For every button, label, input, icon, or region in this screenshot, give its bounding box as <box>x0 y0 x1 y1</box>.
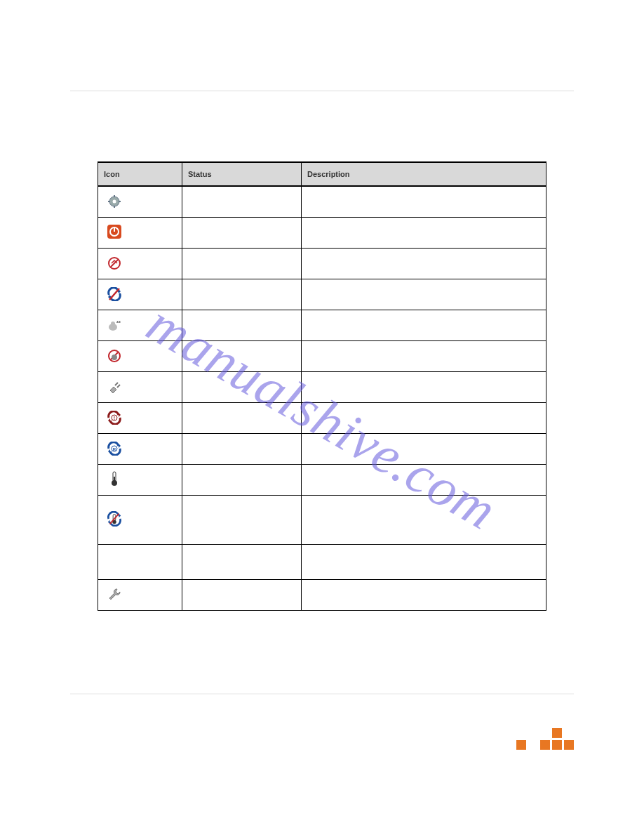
thermometer-icon <box>107 471 122 486</box>
power-icon <box>107 224 122 239</box>
status-cell <box>182 433 302 464</box>
status-cell <box>182 186 302 217</box>
sleep-icon: zz <box>107 317 122 333</box>
svg-line-20 <box>115 383 118 385</box>
icon-cell: zz <box>98 310 182 340</box>
col-header-status: Status <box>182 162 302 186</box>
plug-icon <box>107 379 122 395</box>
sync-disabled-icon <box>107 286 122 302</box>
refresh-r-icon: R <box>107 441 122 456</box>
header-rule <box>70 49 574 91</box>
table-row <box>98 579 546 610</box>
description-cell <box>302 464 546 495</box>
description-cell <box>302 371 546 402</box>
svg-rect-4 <box>108 201 110 202</box>
svg-point-15 <box>111 322 115 326</box>
svg-marker-26 <box>119 444 121 448</box>
status-cell <box>182 248 302 279</box>
table-row <box>98 279 546 310</box>
svg-line-13 <box>109 289 119 300</box>
status-cell <box>182 279 302 310</box>
icon-cell <box>98 464 182 495</box>
icon-cell <box>98 340 182 371</box>
table-row <box>98 464 546 495</box>
description-cell <box>302 433 546 464</box>
table-row: ! <box>98 402 546 433</box>
refresh-alert-icon: ! <box>107 410 122 425</box>
svg-point-1 <box>113 199 116 203</box>
svg-rect-3 <box>114 206 115 208</box>
wrench-icon <box>107 587 122 602</box>
no-gauge-icon <box>107 348 122 364</box>
table-row <box>98 340 546 371</box>
footer-rule <box>70 694 574 736</box>
description-cell <box>302 248 546 279</box>
description-cell <box>302 402 546 433</box>
svg-text:R: R <box>113 447 116 451</box>
icon-cell <box>98 371 182 402</box>
icon-cell: R <box>98 433 182 464</box>
svg-line-21 <box>117 385 120 388</box>
description-cell <box>302 186 546 217</box>
table-row <box>98 495 546 544</box>
status-cell <box>182 544 302 579</box>
svg-marker-23 <box>108 418 110 423</box>
status-cell <box>182 371 302 402</box>
status-icon-table: Icon Status Description zz!R <box>98 161 546 611</box>
status-cell <box>182 402 302 433</box>
sync-thermometer-icon <box>107 511 122 527</box>
page-content: Icon Status Description zz!R <box>0 0 644 611</box>
status-cell <box>182 310 302 340</box>
table-row: zz <box>98 310 546 340</box>
icon-cell <box>98 217 182 248</box>
icon-cell <box>98 495 182 544</box>
icon-cell <box>98 544 182 579</box>
svg-point-19 <box>112 355 117 360</box>
table-row <box>98 371 546 402</box>
description-cell <box>302 340 546 371</box>
description-cell <box>302 279 546 310</box>
table-row <box>98 544 546 579</box>
description-cell <box>302 495 546 544</box>
svg-marker-27 <box>108 449 110 454</box>
svg-rect-32 <box>114 477 115 482</box>
status-cell <box>182 495 302 544</box>
svg-marker-22 <box>119 413 121 417</box>
description-cell <box>302 544 546 579</box>
table-row <box>98 186 546 217</box>
icon-cell <box>98 579 182 610</box>
table-row <box>98 248 546 279</box>
table-row <box>98 217 546 248</box>
no-connection-icon <box>107 256 122 271</box>
col-header-description: Description <box>302 162 546 186</box>
status-cell <box>182 340 302 371</box>
icon-cell: ! <box>98 402 182 433</box>
table-header-row: Icon Status Description <box>98 162 546 186</box>
description-cell <box>302 217 546 248</box>
col-header-icon: Icon <box>98 162 182 186</box>
svg-text:!: ! <box>114 416 115 421</box>
footer-logo <box>516 728 574 750</box>
status-cell <box>182 217 302 248</box>
table-row: R <box>98 433 546 464</box>
svg-text:zz: zz <box>116 319 121 324</box>
status-cell <box>182 579 302 610</box>
description-cell <box>302 579 546 610</box>
status-cell <box>182 464 302 495</box>
svg-rect-2 <box>114 195 115 197</box>
icon-cell <box>98 186 182 217</box>
gear-icon <box>107 194 122 209</box>
icon-cell <box>98 279 182 310</box>
icon-cell <box>98 248 182 279</box>
description-cell <box>302 310 546 340</box>
section-spacer <box>70 112 574 161</box>
svg-rect-5 <box>119 201 121 202</box>
